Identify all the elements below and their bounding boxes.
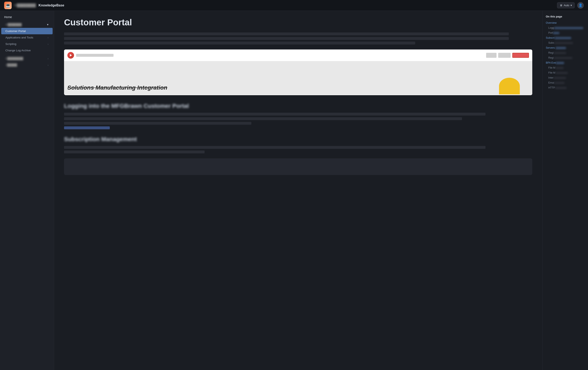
logging-line-1 xyxy=(64,113,485,116)
logging-text xyxy=(64,113,532,129)
toc-item-portal[interactable]: Port xyxy=(546,31,585,35)
mode-selector[interactable]: 🖥 Auto ▾ xyxy=(557,2,575,8)
toc-label: Overview xyxy=(546,21,556,24)
main-content: Customer Portal Solutions Manufacturing … xyxy=(54,11,542,370)
video-btn-2[interactable] xyxy=(498,53,511,58)
user-avatar[interactable]: 👤 xyxy=(577,2,584,9)
toc-item-regi1[interactable]: Regi xyxy=(546,51,585,55)
toc-label: Subs xyxy=(548,41,573,44)
bottom-preview-card xyxy=(64,158,532,175)
toc-label: Subscri xyxy=(546,36,571,39)
sidebar-item-change-log-archive[interactable]: Change Log Archive xyxy=(1,47,52,54)
toc-label: File M xyxy=(548,71,568,74)
toc-label: Regi xyxy=(548,51,566,54)
section-heading-logging: Logging into the MFGBrawn Customer Porta… xyxy=(64,103,532,109)
video-btn-1[interactable] xyxy=(486,53,496,58)
page-title: Customer Portal xyxy=(64,18,532,27)
sidebar-extra2[interactable]: Z█████ › xyxy=(1,62,52,68)
sidebar-item-label: Customer Portal xyxy=(5,30,48,33)
sidebar-item-label: Change Log Archive xyxy=(5,49,48,52)
toc-item-subscription[interactable]: Subscri xyxy=(546,36,585,40)
intro-text-block xyxy=(64,32,532,44)
toc-label: Emai xyxy=(548,81,565,84)
intro-line-3 xyxy=(64,41,415,44)
toc-item-file2[interactable]: File M xyxy=(546,71,585,75)
chevron-right-icon: › xyxy=(48,57,48,60)
toc-item-subs[interactable]: Subs xyxy=(546,41,585,45)
toc-item-email[interactable]: Emai xyxy=(546,81,585,85)
toc-label: Servers xyxy=(546,46,566,49)
toc-label: Inter xyxy=(548,76,566,79)
mode-icon: 🖥 xyxy=(560,4,562,7)
toc-label: HTTP xyxy=(548,86,567,89)
video-main-title: Solutions Manufacturing Integration xyxy=(67,84,167,91)
sidebar-extra1[interactable]: E████████ › xyxy=(1,55,52,62)
brand-name: KnowledgeBase xyxy=(39,3,64,7)
toc-label: BPA Eve xyxy=(546,61,564,64)
toc-title: On this page xyxy=(546,15,585,18)
logging-line-2 xyxy=(64,117,462,120)
user-icon: 👤 xyxy=(578,3,583,7)
page-layout: Home M███████ ▾ Customer Portal Applicat… xyxy=(0,11,588,370)
video-title-blur xyxy=(76,54,114,57)
nav-right: 🖥 Auto ▾ 👤 xyxy=(557,2,584,9)
chevron-right-icon: › xyxy=(48,36,48,39)
toc-label: Regi xyxy=(548,56,572,59)
chevron-right-icon: › xyxy=(48,64,48,66)
toc-item-overview[interactable]: Overview xyxy=(546,21,585,25)
sidebar-extra1-label: E████████ xyxy=(5,57,23,60)
toc-item-inter[interactable]: Inter xyxy=(546,75,585,80)
sidebar-item-applications-and-tools[interactable]: Applications and Tools › xyxy=(1,34,52,41)
toc-item-http[interactable]: HTTP xyxy=(546,85,585,90)
nav-left: 💻 M████████ KnowledgeBase xyxy=(4,2,64,9)
sidebar-item-scripting[interactable]: Scripting › xyxy=(1,41,52,47)
sidebar-section-main: M███████ ▾ Customer Portal Applications … xyxy=(0,21,54,54)
sidebar-item-label: Applications and Tools xyxy=(5,36,48,39)
video-sun-graphic xyxy=(499,78,520,94)
sidebar-home[interactable]: Home xyxy=(0,14,54,21)
logging-line-3 xyxy=(64,122,251,125)
chevron-right-icon: › xyxy=(48,43,48,45)
video-play-icon xyxy=(67,52,74,59)
video-card: Solutions Manufacturing Integration xyxy=(64,50,532,95)
video-body: Solutions Manufacturing Integration xyxy=(64,61,532,94)
sidebar-section-header[interactable]: M███████ ▾ xyxy=(1,21,52,28)
sidebar-section-label: M███████ xyxy=(5,23,22,26)
intro-line-2 xyxy=(64,37,509,40)
toc-label: File M xyxy=(548,66,564,69)
mode-chevron-icon: ▾ xyxy=(570,4,572,7)
subscription-text xyxy=(64,146,532,154)
logging-link[interactable] xyxy=(64,126,110,129)
video-controls xyxy=(486,53,529,58)
top-navigation: 💻 M████████ KnowledgeBase 🖥 Auto ▾ 👤 xyxy=(0,0,588,11)
video-btn-primary[interactable] xyxy=(512,53,529,58)
sidebar-item-customer-portal[interactable]: Customer Portal xyxy=(1,28,52,34)
section-heading-subscription: Subscription Management xyxy=(64,136,532,143)
toc-panel: On this page Overview Logg Port Subscri … xyxy=(542,11,588,370)
sidebar: Home M███████ ▾ Customer Portal Applicat… xyxy=(0,11,54,370)
toc-item-servers[interactable]: Servers xyxy=(546,46,585,50)
app-name: M████████ xyxy=(14,3,36,7)
toc-item-file1[interactable]: File M xyxy=(546,65,585,70)
sidebar-extra2-label: Z█████ xyxy=(5,63,17,67)
toc-label: Logg xyxy=(548,26,583,29)
sidebar-item-label: Scripting xyxy=(5,42,48,46)
subscription-line-2 xyxy=(64,151,205,154)
toc-item-logging[interactable]: Logg xyxy=(546,26,585,30)
intro-line-1 xyxy=(64,32,509,35)
app-icon: 💻 xyxy=(4,2,12,9)
nav-title: M████████ KnowledgeBase xyxy=(14,3,64,7)
video-header xyxy=(64,50,532,61)
sidebar-chevron-icon: ▾ xyxy=(47,23,48,26)
toc-label: Port xyxy=(548,31,559,34)
toc-item-bpa[interactable]: BPA Eve xyxy=(546,61,585,65)
subscription-line-1 xyxy=(64,146,485,149)
toc-item-regi2[interactable]: Regi xyxy=(546,55,585,60)
sidebar-extra-sections: E████████ › Z█████ › xyxy=(0,55,54,68)
mode-label: Auto xyxy=(564,4,569,7)
